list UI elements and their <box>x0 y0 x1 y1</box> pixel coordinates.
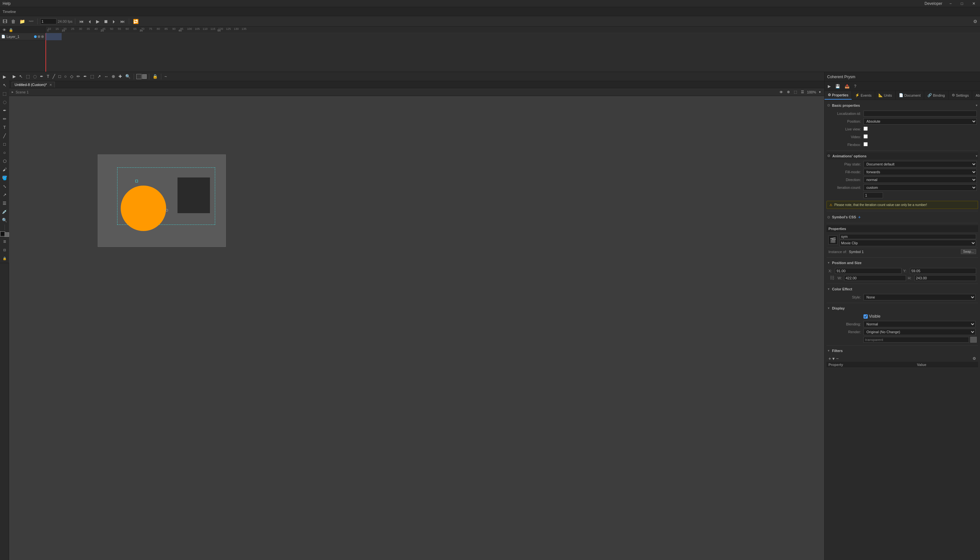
tab-close-btn[interactable]: ✕ <box>49 83 52 87</box>
htb-btn-13[interactable]: ⬚ <box>89 73 95 80</box>
symbol-name[interactable]: sym <box>840 234 976 239</box>
basic-props-collapse[interactable]: ▾ <box>976 103 977 107</box>
tool-pen[interactable]: ✒ <box>2 107 7 114</box>
tl-last-frame-btn[interactable]: ⏭ <box>119 18 126 25</box>
panel-play-btn[interactable]: ▶ <box>827 83 832 89</box>
video-checkbox[interactable] <box>863 134 868 138</box>
tool-eyedropper[interactable]: 💉 <box>1 208 8 215</box>
y-input[interactable] <box>910 268 977 274</box>
iteration-count-select[interactable]: custom infinite <box>863 184 977 191</box>
htb-btn-16[interactable]: ⊕ <box>111 73 116 80</box>
htb-btn-10[interactable]: ◇ <box>69 73 74 80</box>
tool-free-transform[interactable]: ↗ <box>2 191 7 198</box>
zoom-dropdown[interactable]: ▾ <box>818 88 822 96</box>
sym-type-select[interactable]: Movie Clip Button Graphic <box>840 240 976 246</box>
scene-view-btn-2[interactable]: ⊕ <box>786 88 791 96</box>
tl-frame-input[interactable] <box>40 18 57 24</box>
render-select[interactable]: Original (No Change) <box>863 329 975 335</box>
htb-btn-6[interactable]: T <box>46 73 50 80</box>
panel-save-btn[interactable]: 💾 <box>834 83 842 89</box>
tl-eye-btn[interactable]: 👁 <box>1 27 7 32</box>
tl-new-layer-btn[interactable]: 🎞 <box>1 18 8 25</box>
htb-btn-17[interactable]: ✚ <box>117 73 123 80</box>
layer-row[interactable]: 📄 Layer_1 <box>0 33 45 40</box>
tab-events[interactable]: ⚡ Events <box>852 91 875 100</box>
tab-units[interactable]: 📐 Units <box>875 91 896 100</box>
render-color-input[interactable] <box>863 337 969 343</box>
anim-collapse[interactable]: ▾ <box>976 154 977 158</box>
tab-binding[interactable]: 🔗 Binding <box>924 91 948 100</box>
tool-poly[interactable]: ⬡ <box>2 157 7 165</box>
tool-brush[interactable]: 🖌 <box>2 165 8 173</box>
link-icon[interactable]: ⛓ <box>828 275 836 281</box>
htb-btn-3[interactable]: ⬚ <box>25 73 31 80</box>
tool-rect[interactable]: □ <box>2 140 7 148</box>
menu-developer[interactable]: Developer <box>925 1 942 6</box>
filters-settings-btn[interactable]: ⚙ <box>973 356 976 361</box>
tab-settings[interactable]: ⚙ Settings <box>948 91 973 100</box>
tl-add-folder-btn[interactable]: 📁 <box>18 18 26 25</box>
tool-lasso[interactable]: ◌ <box>2 98 7 106</box>
tab-properties[interactable]: ⚙ Properties <box>825 91 852 100</box>
tl-next-frame-btn[interactable]: ⏵ <box>111 18 118 25</box>
panel-export-btn[interactable]: 📤 <box>843 83 851 89</box>
scene-view-btn-3[interactable]: ⬚ <box>793 88 798 96</box>
layer-name[interactable]: Layer_1 <box>7 35 33 38</box>
tl-loop-btn[interactable]: 🔁 <box>132 18 140 25</box>
htb-btn-9[interactable]: ○ <box>63 73 68 80</box>
window-close[interactable]: ✕ <box>970 1 977 6</box>
filters-dropdown-btn[interactable]: ▾ <box>832 356 835 361</box>
blending-select[interactable]: Normal Multiply Screen Overlay <box>863 321 975 327</box>
tool-hand[interactable]: ☰ <box>2 199 7 207</box>
tool-misc-1[interactable]: ☰ <box>2 237 7 245</box>
scene-name[interactable]: Scene 1 <box>15 90 28 94</box>
window-maximize[interactable]: □ <box>959 1 965 6</box>
swap-button[interactable]: Swap... <box>961 249 976 254</box>
window-minimize[interactable]: − <box>948 1 954 6</box>
tool-pencil[interactable]: ✏ <box>2 115 7 123</box>
menu-help[interactable]: Help <box>3 1 11 6</box>
htb-btn-19[interactable]: 🔒 <box>152 73 159 80</box>
htb-btn-8[interactable]: □ <box>57 73 62 80</box>
scene-view-btn-4[interactable]: ☰ <box>800 88 805 96</box>
panel-help-btn[interactable]: ? <box>853 83 858 89</box>
htb-btn-4[interactable]: ◌ <box>32 73 38 80</box>
scene-view-btn-1[interactable]: 👁 <box>778 88 784 96</box>
tl-stop-btn[interactable]: ⏹ <box>102 18 109 25</box>
iteration-count-number-input[interactable] <box>863 192 883 198</box>
x-input[interactable] <box>835 268 902 274</box>
htb-btn-1[interactable]: ▶ <box>12 73 17 80</box>
filters-add-btn[interactable]: + <box>828 356 831 361</box>
fill-color[interactable] <box>5 232 9 237</box>
tool-oval[interactable]: ○ <box>2 148 7 157</box>
htb-btn-20[interactable]: ~ <box>163 73 168 80</box>
tool-transform[interactable]: ⤡ <box>2 182 7 190</box>
htb-stroke-swatch[interactable] <box>136 74 142 79</box>
tool-misc-2[interactable]: ⊡ <box>2 246 7 254</box>
h-input[interactable] <box>915 275 977 281</box>
tab-document[interactable]: 📄 Document <box>896 91 924 100</box>
tool-paint[interactable]: 🪣 <box>1 174 8 182</box>
transform-handle[interactable] <box>135 180 138 182</box>
htb-btn-11[interactable]: ✏ <box>76 73 81 80</box>
sym-css-add-btn[interactable]: + <box>858 215 861 220</box>
flexbox-checkbox[interactable] <box>863 142 868 146</box>
tl-first-frame-btn[interactable]: ⏮ <box>78 18 85 25</box>
htb-btn-12[interactable]: ✒ <box>82 73 88 80</box>
htb-btn-2[interactable]: ↖ <box>18 73 24 80</box>
htb-fill-swatch[interactable] <box>142 74 147 79</box>
w-input[interactable] <box>844 275 906 281</box>
htb-btn-18[interactable]: 🔍 <box>124 73 132 80</box>
tl-lock-btn[interactable]: 🔒 <box>7 27 15 33</box>
tab-ab[interactable]: Ab <box>972 91 980 100</box>
visible-checkbox[interactable] <box>863 314 868 318</box>
style-select[interactable]: None Brightness Tint Alpha Advanced <box>863 294 975 300</box>
tl-delete-btn[interactable]: 🗑 <box>10 18 17 25</box>
tl-play-btn[interactable]: ▶ <box>95 18 101 25</box>
htb-btn-14[interactable]: ↗ <box>97 73 102 80</box>
htb-btn-5[interactable]: ✒ <box>39 73 45 80</box>
localization-id-input[interactable] <box>863 111 977 117</box>
tool-misc-3[interactable]: 🔒 <box>2 254 7 262</box>
tl-prev-frame-btn[interactable]: ⏴ <box>86 18 93 25</box>
render-color-swatch[interactable] <box>970 337 977 343</box>
